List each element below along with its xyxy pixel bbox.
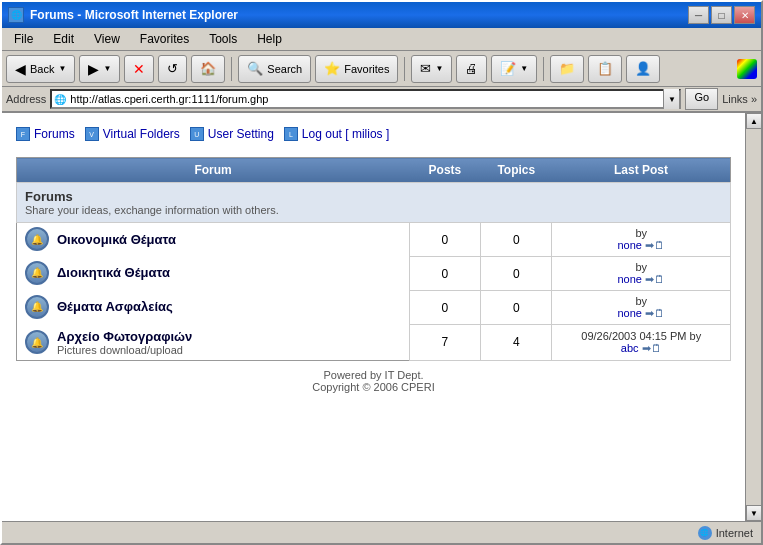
forum-name-cell-2: 🔔 Διοικητικά Θέματα	[17, 257, 409, 289]
menu-favorites[interactable]: Favorites	[132, 30, 197, 48]
main-area: F Forums V Virtual Folders U User Settin…	[2, 113, 761, 521]
scroll-track	[746, 129, 761, 505]
posts-cell-3: 0	[409, 291, 480, 325]
favorites-button[interactable]: ⭐ Favorites	[315, 55, 398, 83]
topics-cell-2: 0	[481, 257, 552, 291]
lastpost-link-2[interactable]: none	[617, 273, 641, 285]
internet-zone-icon: 🌐	[698, 526, 712, 540]
scroll-down-button[interactable]: ▼	[746, 505, 761, 521]
addressbar: Address 🌐 ▼ Go Links »	[2, 87, 761, 113]
refresh-button[interactable]: ↺	[158, 55, 187, 83]
menu-tools[interactable]: Tools	[201, 30, 245, 48]
maximize-button[interactable]: □	[711, 6, 732, 24]
lastpost-cell-4: 09/26/2003 04:15 PM byabc ➡🗒	[552, 325, 731, 361]
go-button[interactable]: Go	[685, 88, 718, 110]
arrow-icon-4: ➡🗒	[642, 342, 662, 354]
lastpost-link-4[interactable]: abc	[621, 342, 639, 354]
menu-view[interactable]: View	[86, 30, 128, 48]
address-dropdown[interactable]: ▼	[663, 89, 679, 109]
forum-icon-4: 🔔	[25, 330, 49, 354]
titlebar-buttons: ─ □ ✕	[688, 6, 755, 24]
arrow-icon-3: ➡🗒	[645, 307, 665, 319]
content-area: F Forums V Virtual Folders U User Settin…	[2, 113, 745, 521]
lastpost-link-3[interactable]: none	[617, 307, 641, 319]
print-icon: 🖨	[465, 61, 478, 76]
col-topics: Topics	[481, 158, 552, 183]
tab-forums[interactable]: F Forums	[16, 127, 75, 141]
stop-icon: ✕	[133, 61, 145, 77]
lastpost-link-1[interactable]: none	[617, 239, 641, 251]
address-label: Address	[6, 93, 46, 105]
forums-tab-icon: F	[16, 127, 30, 141]
back-arrow-icon: ◀	[15, 61, 26, 77]
forum-name-2[interactable]: Διοικητικά Θέματα	[57, 265, 170, 280]
forum-icon-1: 🔔	[25, 227, 49, 251]
edit-dropdown-icon: ▼	[520, 64, 528, 73]
col-lastpost: Last Post	[552, 158, 731, 183]
table-row: 🔔 Αρχείο Φωτογραφιών Pictures download/u…	[17, 325, 731, 361]
status-zone: Internet	[716, 527, 753, 539]
posts-cell-4: 7	[409, 325, 480, 361]
forum-name-4[interactable]: Αρχείο Φωτογραφιών	[57, 329, 192, 344]
folder-button[interactable]: 📁	[550, 55, 584, 83]
print-button[interactable]: 🖨	[456, 55, 487, 83]
messenger-button[interactable]: 👤	[626, 55, 660, 83]
edit-button[interactable]: 📝 ▼	[491, 55, 537, 83]
forum-name-3[interactable]: Θέματα Ασφαλείας	[57, 299, 173, 314]
close-button[interactable]: ✕	[734, 6, 755, 24]
links-button[interactable]: Links »	[722, 93, 757, 105]
arrow-icon-2: ➡🗒	[645, 273, 665, 285]
back-label: Back	[30, 63, 54, 75]
forward-dropdown-icon: ▼	[103, 64, 111, 73]
forum-icon-3: 🔔	[25, 295, 49, 319]
separator-2	[404, 57, 405, 81]
nav-tabs: F Forums V Virtual Folders U User Settin…	[16, 123, 731, 145]
lastpost-cell-2: bynone ➡🗒	[552, 257, 731, 291]
tab-logout[interactable]: L Log out [ milios ]	[284, 127, 389, 141]
user-setting-tab-label: User Setting	[208, 127, 274, 141]
search-button[interactable]: 🔍 Search	[238, 55, 311, 83]
menu-file[interactable]: File	[6, 30, 41, 48]
lastpost-cell-1: bynone ➡🗒	[552, 223, 731, 257]
forums-table: Forum Posts Topics Last Post Forums Shar…	[16, 157, 731, 361]
table-row: 🔔 Θέματα Ασφαλείας 0 0 bynone ➡🗒	[17, 291, 731, 325]
arrow-icon-1: ➡🗒	[645, 239, 665, 251]
topics-cell-3: 0	[481, 291, 552, 325]
forward-button[interactable]: ▶ ▼	[79, 55, 120, 83]
forum-name-1[interactable]: Οικονομικά Θέματα	[57, 232, 176, 247]
stop-button[interactable]: ✕	[124, 55, 154, 83]
address-input[interactable]	[68, 92, 663, 106]
menu-edit[interactable]: Edit	[45, 30, 82, 48]
topics-cell-1: 0	[481, 223, 552, 257]
mail-button[interactable]: ✉ ▼	[411, 55, 452, 83]
tab-user-setting[interactable]: U User Setting	[190, 127, 274, 141]
home-icon: 🏠	[200, 61, 216, 76]
favorites-label: Favorites	[344, 63, 389, 75]
forums-section-title: Forums	[25, 189, 722, 204]
posts-cell-1: 0	[409, 223, 480, 257]
table-row: 🔔 Διοικητικά Θέματα 0 0 bynone ➡🗒	[17, 257, 731, 291]
history-icon: 📋	[597, 61, 613, 76]
forums-tab-label: Forums	[34, 127, 75, 141]
titlebar: 🌐 Forums - Microsoft Internet Explorer ─…	[2, 2, 761, 28]
history-button[interactable]: 📋	[588, 55, 622, 83]
menu-help[interactable]: Help	[249, 30, 290, 48]
back-button[interactable]: ◀ Back ▼	[6, 55, 75, 83]
tab-virtual-folders[interactable]: V Virtual Folders	[85, 127, 180, 141]
footer-line1: Powered by IT Dept.	[16, 369, 731, 381]
logout-tab-icon: L	[284, 127, 298, 141]
forum-name-cell-1: 🔔 Οικονομικά Θέματα	[17, 223, 409, 255]
back-dropdown-icon: ▼	[58, 64, 66, 73]
folder-icon: 📁	[559, 61, 575, 76]
toolbar: ◀ Back ▼ ▶ ▼ ✕ ↺ 🏠 🔍 Search ⭐ Favorit	[2, 51, 761, 87]
scroll-up-button[interactable]: ▲	[746, 113, 761, 129]
home-button[interactable]: 🏠	[191, 55, 225, 83]
forum-sub-4: Pictures download/upload	[57, 344, 183, 356]
posts-cell-2: 0	[409, 257, 480, 291]
address-input-wrap: 🌐 ▼	[50, 89, 681, 109]
topics-cell-4: 4	[481, 325, 552, 361]
titlebar-left: 🌐 Forums - Microsoft Internet Explorer	[8, 7, 238, 23]
footer-line2: Copyright © 2006 CPERI	[16, 381, 731, 393]
minimize-button[interactable]: ─	[688, 6, 709, 24]
forum-icon-2: 🔔	[25, 261, 49, 285]
